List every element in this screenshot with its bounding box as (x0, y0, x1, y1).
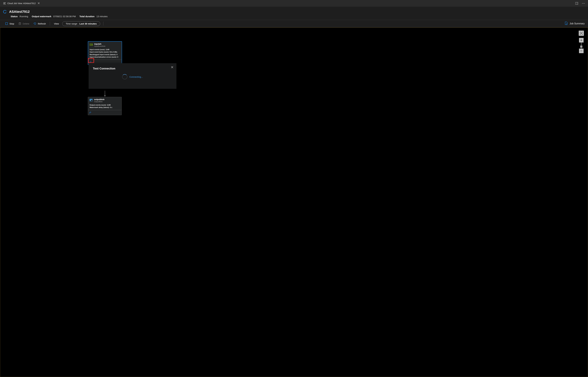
node-output-subtitle: OutputBlob (94, 101, 104, 103)
node-output[interactable]: outputblob OutputBlob Output events (sum… (88, 97, 122, 115)
refresh-label: Refresh (38, 22, 46, 25)
svg-rect-30 (581, 33, 582, 34)
svg-rect-20 (90, 44, 91, 45)
job-header: ASAtest7912 Status Running Output waterm… (0, 7, 588, 20)
node-input[interactable]: inputeh InputEventHub Input events (sum)… (88, 41, 122, 65)
node-input-title: inputeh (94, 43, 105, 45)
delete-button: Delete (17, 21, 31, 26)
toolbar: Stop Delete Refresh View Time range : La… (0, 20, 588, 27)
watermark-label: Output watermark (32, 15, 51, 18)
tab-title: Cloud Job View: ASAtest7912 (7, 2, 36, 5)
split-editor-icon[interactable] (574, 1, 579, 6)
separator (103, 22, 103, 26)
list-icon (3, 2, 6, 4)
view-button[interactable]: View (52, 22, 61, 26)
document-icon (565, 22, 568, 26)
time-range-selector[interactable]: Time range : Last 30 minutes (62, 21, 100, 26)
svg-rect-23 (91, 45, 91, 45)
stop-icon (5, 22, 8, 25)
svg-rect-5 (576, 2, 578, 5)
zoom-in-button[interactable] (579, 38, 584, 43)
svg-point-11 (6, 12, 6, 13)
test-connection-icon[interactable] (89, 61, 91, 63)
zoom-controls (579, 31, 584, 53)
tab-bar: Cloud Job View: ASAtest7912 (0, 0, 588, 7)
time-range-value: Last 30 minutes (79, 22, 97, 25)
svg-point-7 (582, 3, 583, 3)
test-connection-popup: Test Connection Connecting... (89, 63, 176, 89)
svg-rect-13 (19, 23, 21, 25)
close-tab-icon[interactable] (37, 1, 40, 5)
node-output-title: outputblob (94, 98, 104, 101)
svg-rect-26 (90, 99, 92, 100)
stop-label: Stop (10, 22, 14, 25)
trash-icon (18, 22, 21, 25)
svg-rect-22 (90, 45, 91, 45)
duration-label: Total duration (79, 15, 95, 18)
zoom-fit-button[interactable] (579, 31, 584, 36)
edge-input-to-output (105, 91, 105, 96)
stop-button[interactable]: Stop (3, 21, 16, 26)
job-summary-label: Job Summary (570, 22, 585, 25)
tab-cloud-job-view[interactable]: Cloud Job View: ASAtest7912 (1, 0, 42, 7)
svg-point-9 (584, 3, 585, 3)
job-title: ASAtest7912 (9, 10, 30, 14)
popup-status: Connecting... (129, 76, 143, 78)
svg-rect-24 (92, 44, 92, 45)
close-popup-button[interactable] (170, 65, 174, 69)
more-icon[interactable] (581, 1, 586, 6)
zoom-slider-thumb[interactable] (580, 46, 582, 48)
popup-title: Test Connection (93, 67, 172, 70)
node-input-subtitle: InputEventHub (94, 45, 105, 47)
time-range-label: Time range : (66, 22, 79, 25)
node-output-metrics: Output events (sum): 1148 Watermark dela… (88, 103, 122, 110)
status-value: Running (20, 15, 28, 18)
svg-point-10 (3, 10, 7, 13)
duration-value: 13 minutes (96, 15, 108, 18)
test-connection-icon[interactable] (89, 111, 91, 114)
diagram-canvas[interactable]: inputeh InputEventHub Input events (sum)… (0, 27, 588, 377)
eventhub-icon (90, 43, 93, 46)
loading-spinner-icon (122, 74, 127, 79)
delete-label: Delete (23, 22, 29, 25)
svg-rect-12 (5, 23, 8, 25)
watermark-value: 07/06/21 02:58:08 PM (53, 15, 76, 18)
blob-icon (89, 99, 93, 102)
refresh-icon (34, 22, 36, 25)
node-input-metrics: Input events (sum): 1149 Input event byt… (88, 48, 122, 59)
svg-point-8 (583, 3, 584, 3)
job-icon (3, 10, 7, 14)
svg-rect-21 (91, 44, 91, 45)
zoom-out-button[interactable] (579, 48, 584, 53)
refresh-button[interactable]: Refresh (32, 21, 48, 26)
job-summary-button[interactable]: Job Summary (565, 22, 585, 26)
view-label: View (54, 22, 59, 25)
svg-rect-27 (90, 100, 91, 101)
status-label: Status (11, 15, 18, 18)
